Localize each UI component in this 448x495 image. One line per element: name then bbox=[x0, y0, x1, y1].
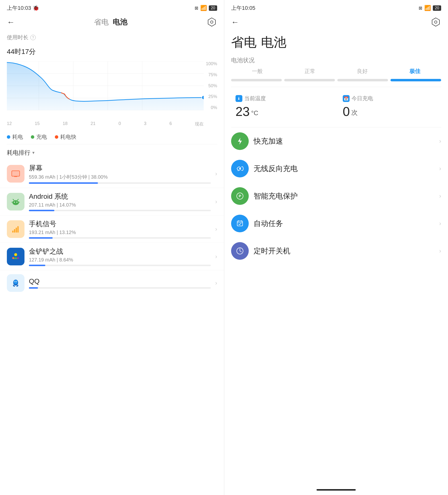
svg-point-18 bbox=[16, 202, 17, 203]
nav-bar-right: ← bbox=[224, 14, 448, 30]
nav-tab-battery[interactable]: 电池 bbox=[113, 17, 127, 27]
svg-point-36 bbox=[16, 281, 17, 282]
battery-bar-3 bbox=[337, 79, 388, 81]
svg-marker-0 bbox=[208, 18, 215, 26]
charge-number: 0 bbox=[343, 104, 350, 119]
app-icon-android bbox=[7, 193, 25, 210]
menu-item-smart-charge[interactable]: P 智能充电保护 › bbox=[224, 182, 448, 210]
svg-rect-25 bbox=[16, 228, 17, 233]
chart-svg bbox=[7, 61, 204, 110]
temp-value: 23 °C bbox=[236, 104, 329, 119]
progress-bg-signal bbox=[29, 237, 211, 239]
progress-bg-qq bbox=[29, 287, 211, 289]
big-title-battery[interactable]: 电池 bbox=[261, 34, 286, 51]
settings-button-left[interactable] bbox=[206, 17, 217, 28]
wireless-icon bbox=[231, 160, 249, 178]
usage-time-display: 44时17分 bbox=[7, 42, 217, 57]
progress-bg-android bbox=[29, 210, 211, 211]
nav-tab-save[interactable]: 省电 bbox=[94, 17, 109, 27]
progress-fill-qq bbox=[29, 287, 38, 289]
tab-good[interactable]: 良好 bbox=[336, 68, 389, 77]
battery-bar-1 bbox=[231, 79, 282, 81]
menu-item-wireless[interactable]: 无线反向充电 › bbox=[224, 155, 448, 182]
chevron-android: › bbox=[215, 198, 217, 205]
smart-charge-icon: P bbox=[231, 187, 249, 205]
menu-item-scheduled-power[interactable]: 定时开关机 › bbox=[224, 237, 448, 265]
svg-point-1 bbox=[211, 21, 213, 23]
usage-section: 使用时长 ? 44时17分 bbox=[0, 30, 224, 59]
fast-charge-label: 快充加速 bbox=[254, 136, 434, 146]
app-info-screen: 屏幕 559.36 mAh | 1小时53分钟 | 38.00% bbox=[29, 164, 211, 184]
tab-general[interactable]: 一般 bbox=[231, 68, 284, 77]
time-left: 上午10:03 bbox=[7, 4, 31, 12]
svg-marker-37 bbox=[432, 18, 439, 26]
app-name-qq: QQ bbox=[29, 277, 211, 285]
svg-point-30 bbox=[17, 257, 19, 259]
app-stats-screen: 559.36 mAh | 1小时53分钟 | 38.00% bbox=[29, 174, 211, 180]
legend-discharge: 耗电 bbox=[7, 133, 23, 141]
left-panel: 上午10:03 🐞 ⊠ 📶 20 ← 省电 电池 使用时长 ? 44时17分 bbox=[0, 0, 224, 495]
chevron-screen: › bbox=[215, 170, 217, 177]
divider-right-1 bbox=[231, 87, 441, 87]
ranking-item-qq[interactable]: QQ › bbox=[0, 270, 224, 296]
battery-icon-right: 20 bbox=[433, 5, 441, 11]
svg-text:P: P bbox=[239, 194, 241, 198]
nav-bar-left: ← 省电 电池 bbox=[0, 14, 224, 30]
wifi-icon-right: 📶 bbox=[424, 5, 431, 11]
svg-line-19 bbox=[13, 199, 14, 200]
menu-item-auto-task[interactable]: 自动任务 › bbox=[224, 210, 448, 237]
battery-x-icon-right: ⊠ bbox=[419, 5, 422, 11]
status-time-left: 上午10:03 🐞 bbox=[7, 4, 39, 12]
legend-charge: 充电 bbox=[31, 133, 47, 141]
tab-excellent[interactable]: 极佳 bbox=[389, 68, 441, 77]
usage-hours: 44 bbox=[7, 48, 14, 55]
big-title-save[interactable]: 省电 bbox=[231, 34, 257, 51]
svg-point-11 bbox=[202, 96, 204, 99]
ranking-item-game[interactable]: 金铲铲之战 127.19 mAh | 8.64% › bbox=[0, 243, 224, 270]
progress-fill-android bbox=[29, 210, 54, 211]
charge-value: 0 次 bbox=[343, 104, 437, 119]
app-stats-android: 207.11 mAh | 14.07% bbox=[29, 202, 211, 208]
app-stats-game: 127.19 mAh | 8.64% bbox=[29, 257, 211, 263]
info-card-temp: 🌡 当前温度 23 °C bbox=[231, 91, 334, 123]
charge-icon: 📅 bbox=[343, 95, 350, 102]
back-button-left[interactable]: ← bbox=[7, 18, 15, 27]
ranking-dropdown-icon[interactable]: ▾ bbox=[32, 150, 35, 155]
usage-hours-unit: 时 bbox=[14, 48, 21, 55]
app-icon-game bbox=[7, 248, 25, 265]
info-card-charge: 📅 今日充电 0 次 bbox=[338, 91, 441, 123]
legend-label-fast: 耗电快 bbox=[60, 133, 76, 141]
ranking-item-signal[interactable]: 手机信号 193.21 mAh | 13.12% › bbox=[0, 215, 224, 243]
temp-number: 23 bbox=[236, 104, 250, 119]
fast-charge-icon bbox=[231, 132, 249, 150]
menu-item-fast-charge[interactable]: 快充加速 › bbox=[224, 127, 448, 155]
svg-rect-13 bbox=[14, 176, 17, 177]
back-button-right[interactable]: ← bbox=[231, 18, 239, 27]
status-icons-left: ⊠ 📶 20 bbox=[195, 5, 217, 11]
battery-x-icon: ⊠ bbox=[195, 5, 198, 11]
app-icon-screen bbox=[7, 165, 25, 183]
chart-legend: 耗电 充电 耗电快 bbox=[0, 130, 224, 144]
temp-label: 🌡 当前温度 bbox=[236, 95, 329, 102]
svg-point-17 bbox=[14, 202, 15, 203]
svg-rect-16 bbox=[13, 201, 19, 204]
svg-point-28 bbox=[14, 253, 17, 256]
tab-normal[interactable]: 正常 bbox=[284, 68, 336, 77]
charge-label-text: 今日充电 bbox=[352, 95, 373, 102]
ranking-item-screen[interactable]: 屏幕 559.36 mAh | 1小时53分钟 | 38.00% › bbox=[0, 160, 224, 188]
usage-help-icon[interactable]: ? bbox=[30, 35, 36, 40]
ranking-title: 耗电排行 bbox=[7, 149, 30, 157]
big-title-right: 省电 电池 bbox=[224, 30, 448, 52]
ranking-header[interactable]: 耗电排行 ▾ bbox=[0, 144, 224, 160]
auto-task-icon bbox=[231, 215, 249, 232]
progress-fill-screen bbox=[29, 182, 98, 184]
app-stats-signal: 193.21 mAh | 13.12% bbox=[29, 230, 211, 235]
battery-bar-4 bbox=[391, 79, 441, 81]
smart-charge-label: 智能充电保护 bbox=[254, 191, 434, 201]
settings-button-right[interactable] bbox=[430, 17, 441, 28]
legend-dot-discharge bbox=[7, 135, 10, 139]
legend-dot-charge bbox=[31, 135, 34, 139]
progress-fill-game bbox=[29, 265, 45, 266]
ranking-item-android[interactable]: Android 系统 207.11 mAh | 14.07% › bbox=[0, 188, 224, 215]
svg-point-29 bbox=[12, 257, 14, 259]
